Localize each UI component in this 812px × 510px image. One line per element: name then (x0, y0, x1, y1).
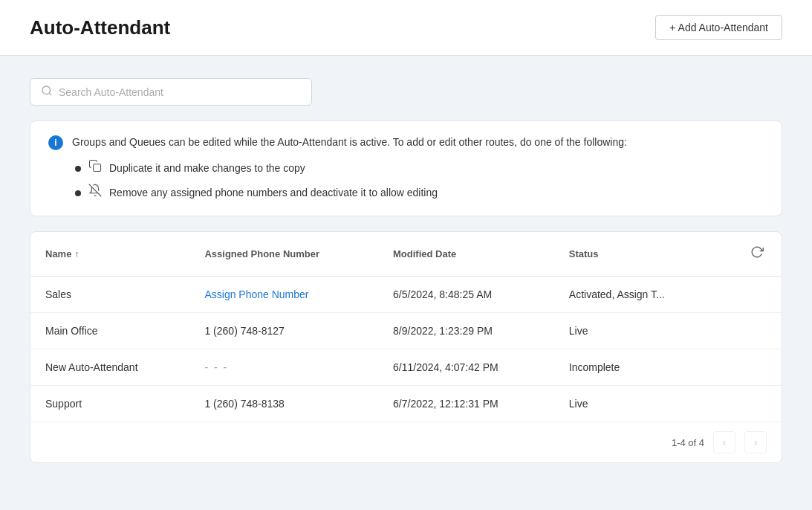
search-icon (41, 85, 53, 99)
page-title: Auto-Attendant (30, 16, 170, 39)
bullet-dot-1 (75, 166, 81, 172)
info-icon: i (48, 135, 63, 150)
td-name-3: Support (30, 386, 189, 422)
td-phone-1: 1 (260) 748-8127 (189, 313, 378, 349)
next-page-button[interactable]: › (744, 431, 767, 453)
info-box: i Groups and Queues can be edited while … (30, 120, 782, 216)
th-name: Name ↑ (30, 232, 189, 277)
next-icon: › (754, 436, 758, 448)
svg-point-0 (42, 86, 51, 94)
table-row: New Auto-Attendant- - -6/11/2024, 4:07:4… (30, 349, 782, 386)
search-box (30, 78, 312, 106)
info-bullets: Duplicate it and make changes to the cop… (48, 159, 764, 202)
td-status-0: Activated, Assign T... (554, 277, 718, 313)
td-modified-2: 6/11/2024, 4:07:42 PM (378, 349, 554, 386)
td-phone-2: - - - (189, 349, 378, 386)
td-modified-3: 6/7/2022, 12:12:31 PM (378, 386, 554, 422)
sort-arrow-icon: ↑ (74, 249, 79, 259)
table-row: SalesAssign Phone Number6/5/2024, 8:48:2… (30, 277, 782, 313)
refresh-button[interactable] (747, 242, 767, 265)
pagination-row: 1-4 of 4 ‹ › (30, 422, 782, 462)
bullet-text-1: Duplicate it and make changes to the cop… (109, 161, 305, 176)
auto-attendant-table: Name ↑ Assigned Phone Number Modified Da… (30, 232, 782, 422)
th-name-label: Name (45, 248, 71, 259)
th-modified: Modified Date (378, 232, 554, 277)
table-row: Support1 (260) 748-81386/7/2022, 12:12:3… (30, 386, 782, 422)
add-auto-attendant-button[interactable]: + Add Auto-Attendant (655, 15, 782, 40)
td-status-2: Incomplete (554, 349, 718, 386)
bell-off-icon (88, 184, 102, 202)
svg-rect-2 (94, 164, 101, 172)
td-empty-2 (718, 349, 782, 386)
pagination-info: 1-4 of 4 (672, 437, 704, 448)
th-refresh (718, 232, 782, 277)
table-container: Name ↑ Assigned Phone Number Modified Da… (30, 231, 782, 463)
bullet-text-2: Remove any assigned phone numbers and de… (109, 185, 438, 201)
info-bullet-1: Duplicate it and make changes to the cop… (75, 159, 764, 178)
th-phone: Assigned Phone Number (189, 232, 378, 277)
th-status: Status (554, 232, 718, 277)
table-row: Main Office1 (260) 748-81278/9/2022, 1:2… (30, 313, 782, 349)
td-phone-3: 1 (260) 748-8138 (189, 386, 378, 422)
svg-line-3 (89, 184, 102, 197)
page-container: Auto-Attendant + Add Auto-Attendant i Gr… (0, 0, 812, 510)
td-name-1: Main Office (30, 313, 189, 349)
page-header: Auto-Attendant + Add Auto-Attendant (0, 0, 812, 56)
search-input[interactable] (59, 86, 301, 98)
prev-icon: ‹ (723, 436, 727, 448)
content-area: i Groups and Queues can be edited while … (0, 56, 812, 485)
duplicate-icon (88, 159, 102, 178)
svg-line-1 (49, 93, 51, 95)
search-wrapper (30, 78, 782, 106)
table-header-row: Name ↑ Assigned Phone Number Modified Da… (30, 232, 782, 277)
info-bullet-2: Remove any assigned phone numbers and de… (75, 184, 764, 202)
bullet-dot-2 (75, 190, 81, 196)
assign-phone-link-0[interactable]: Assign Phone Number (204, 288, 308, 300)
td-name-2: New Auto-Attendant (30, 349, 189, 386)
td-name-0: Sales (30, 277, 189, 313)
td-phone-0: Assign Phone Number (189, 277, 378, 313)
info-message: Groups and Queues can be edited while th… (72, 135, 627, 150)
td-empty-1 (718, 313, 782, 349)
td-empty-0 (718, 277, 782, 313)
prev-page-button[interactable]: ‹ (713, 431, 735, 453)
td-empty-3 (718, 386, 782, 422)
td-modified-0: 6/5/2024, 8:48:25 AM (378, 277, 554, 313)
info-header: i Groups and Queues can be edited while … (48, 135, 764, 150)
td-modified-1: 8/9/2022, 1:23:29 PM (378, 313, 554, 349)
td-status-3: Live (554, 386, 718, 422)
td-status-1: Live (554, 313, 718, 349)
